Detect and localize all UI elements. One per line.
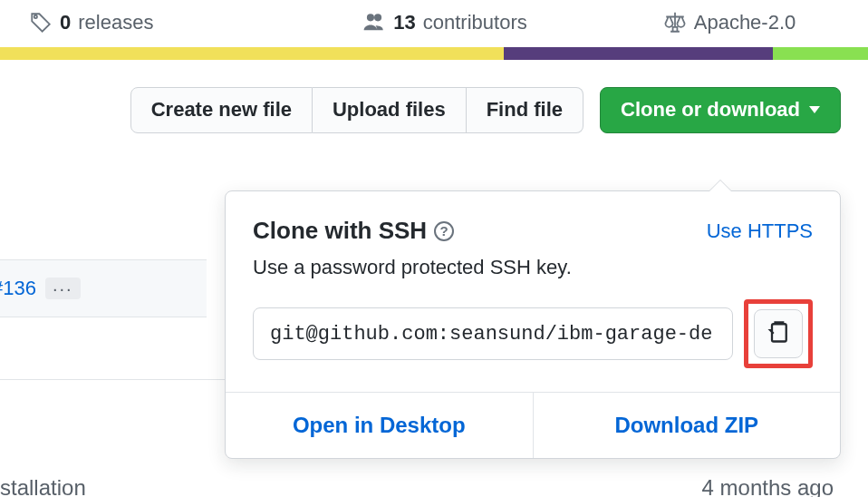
open-in-desktop-button[interactable]: Open in Desktop bbox=[226, 393, 533, 458]
language-segment bbox=[504, 47, 773, 60]
upload-files-button[interactable]: Upload files bbox=[313, 87, 467, 133]
license-stat[interactable]: Apache-2.0 bbox=[598, 11, 861, 34]
clone-url-input[interactable] bbox=[253, 307, 733, 360]
clone-popover: Clone with SSH ? Use HTTPS Use a passwor… bbox=[225, 190, 841, 459]
license-name: Apache-2.0 bbox=[694, 11, 796, 34]
clone-subtitle: Use a password protected SSH key. bbox=[253, 256, 813, 279]
switch-to-https-link[interactable]: Use HTTPS bbox=[707, 219, 813, 243]
language-segment bbox=[773, 47, 868, 60]
relative-time: 4 months ago bbox=[702, 475, 834, 497]
copy-highlight bbox=[744, 299, 813, 368]
file-button-group: Create new file Upload files Find file bbox=[130, 87, 583, 133]
releases-label: releases bbox=[78, 11, 153, 34]
truncated-filename: stallation bbox=[0, 475, 86, 497]
clone-title-text: Clone with SSH bbox=[253, 217, 427, 245]
popover-caret-icon bbox=[709, 180, 731, 191]
clipboard-icon bbox=[766, 319, 791, 349]
contributors-count: 13 bbox=[393, 11, 415, 34]
language-segment bbox=[0, 47, 504, 60]
contributors-stat[interactable]: 13 contributors bbox=[313, 11, 576, 34]
divider bbox=[0, 379, 225, 380]
contributors-label: contributors bbox=[423, 11, 527, 34]
issue-link[interactable]: #136 bbox=[0, 277, 36, 300]
clone-or-download-button[interactable]: Clone or download bbox=[600, 87, 841, 133]
help-icon[interactable]: ? bbox=[434, 221, 454, 241]
law-icon bbox=[663, 11, 687, 34]
clone-popover-title: Clone with SSH ? bbox=[253, 217, 454, 245]
file-actions-row: Create new file Upload files Find file C… bbox=[0, 60, 868, 142]
people-icon bbox=[362, 11, 386, 34]
releases-count: 0 bbox=[60, 11, 71, 34]
language-bar[interactable] bbox=[0, 47, 868, 60]
releases-stat[interactable]: 0 releases bbox=[7, 11, 292, 34]
copy-url-button[interactable] bbox=[754, 309, 803, 358]
find-file-button[interactable]: Find file bbox=[467, 87, 583, 133]
create-new-file-button[interactable]: Create new file bbox=[130, 87, 313, 133]
caret-down-icon bbox=[809, 106, 820, 113]
commit-row-partial: #136 ··· bbox=[0, 259, 207, 317]
repo-stats-row: 0 releases 13 contributors Apache-2.0 bbox=[0, 0, 868, 47]
tag-icon bbox=[29, 11, 53, 34]
clone-or-download-label: Clone or download bbox=[621, 97, 800, 123]
clone-popover-footer: Open in Desktop Download ZIP bbox=[226, 392, 840, 458]
ellipsis-button[interactable]: ··· bbox=[45, 278, 81, 299]
download-zip-button[interactable]: Download ZIP bbox=[533, 393, 841, 458]
